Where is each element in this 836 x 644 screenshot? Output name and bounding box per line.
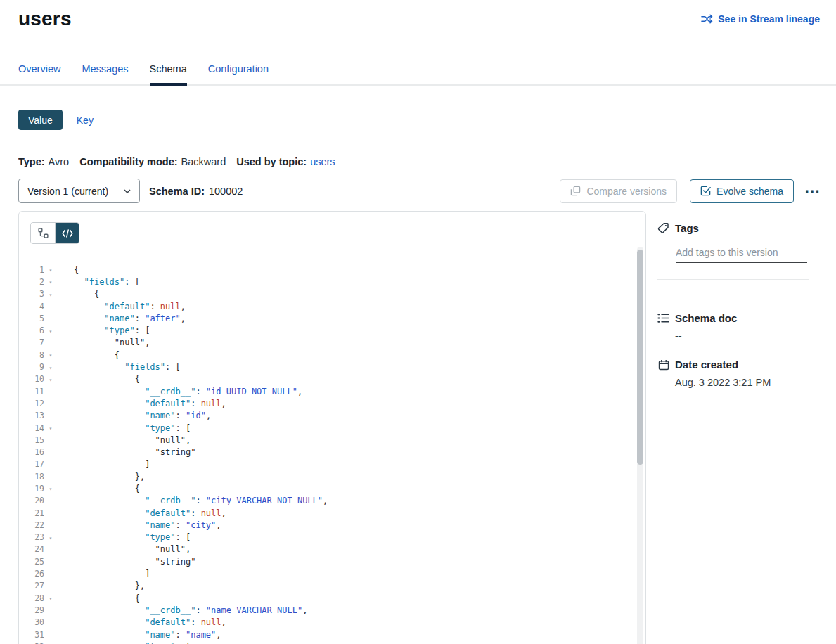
line-number: 3 [19, 289, 44, 299]
code-text: "default": null, [57, 399, 226, 408]
code-text: }, [57, 581, 145, 591]
code-text: { [57, 350, 120, 360]
code-line: 11 "__crdb__": "id UUID NOT NULL", [19, 385, 645, 397]
code-text: "fields": [ [57, 362, 181, 372]
line-number: 25 [19, 557, 44, 567]
tree-view-button[interactable] [31, 223, 55, 243]
evolve-schema-icon [700, 186, 711, 196]
tags-section-header: Tags [657, 222, 809, 234]
code-text: "type": [ [57, 326, 150, 335]
code-text: { [57, 289, 99, 299]
line-number: 22 [19, 520, 44, 530]
code-line: 2▾ "fields": [ [19, 276, 645, 288]
code-line: 32▾ "type": [ [19, 640, 645, 644]
chevron-down-icon [124, 189, 131, 193]
side-divider [657, 279, 809, 280]
fold-arrow-icon[interactable]: ▾ [44, 594, 57, 602]
code-line: 13 "name": "id", [19, 410, 645, 422]
evolve-schema-label: Evolve schema [716, 186, 783, 197]
code-line: 31 "name": "name", [19, 629, 645, 640]
calendar-icon [657, 359, 669, 371]
code-text: "__crdb__": "name VARCHAR NULL", [57, 605, 307, 615]
line-number: 17 [19, 459, 44, 469]
code-line: 23▾ "type": [ [19, 532, 645, 543]
tag-icon [657, 222, 669, 234]
code-line: 15 "null", [19, 434, 645, 446]
tab-overview[interactable]: Overview [18, 63, 60, 86]
fold-arrow-icon[interactable]: ▾ [44, 424, 57, 432]
page-title: users [18, 7, 72, 31]
code-view-button[interactable] [55, 223, 79, 243]
code-text: "null", [57, 435, 191, 445]
line-number: 23 [19, 532, 44, 542]
tags-title: Tags [675, 222, 699, 234]
more-options-button[interactable]: ⋯ [804, 188, 820, 195]
version-select[interactable]: Version 1 (current) [18, 179, 140, 203]
schema-toolbar: Version 1 (current) Schema ID: 100002 Co… [18, 179, 820, 203]
code-line: 21 "default": null, [19, 507, 645, 519]
add-tags-input[interactable] [676, 245, 807, 263]
code-line: 10▾ { [19, 373, 645, 385]
topic-link[interactable]: users [310, 156, 335, 167]
code-text: { [57, 484, 140, 494]
schema-side-panel: Tags Schema doc -- [657, 211, 820, 388]
fold-arrow-icon[interactable]: ▾ [44, 375, 57, 383]
tab-schema[interactable]: Schema [150, 63, 187, 86]
line-number: 16 [19, 447, 44, 457]
code-line: 25 "string" [19, 555, 645, 567]
code-line: 27 }, [19, 580, 645, 592]
fold-arrow-icon[interactable]: ▾ [44, 278, 57, 285]
code-line: 20 "__crdb__": "city VARCHAR NOT NULL", [19, 495, 645, 507]
fold-arrow-icon[interactable]: ▾ [44, 266, 57, 273]
code-line: 14▾ "type": [ [19, 422, 645, 434]
fold-arrow-icon[interactable]: ▾ [44, 484, 57, 492]
date-created-section-header: Date created [657, 359, 809, 371]
line-number: 5 [19, 314, 44, 323]
fold-arrow-icon[interactable]: ▾ [44, 534, 57, 541]
line-number: 15 [19, 435, 44, 445]
code-text: "name": "name", [57, 630, 221, 640]
line-number: 18 [19, 472, 44, 482]
line-number: 24 [19, 544, 44, 554]
schema-content: 1▾{2▾ "fields": [3▾ {4 "default": null,5… [0, 211, 836, 644]
compatibility-label: Compatibility mode: [79, 156, 177, 167]
code-line: 8▾ { [19, 349, 645, 361]
line-number: 12 [19, 399, 44, 408]
topic-label: Used by topic: [236, 156, 307, 167]
code-line: 1▾{ [19, 264, 645, 276]
code-line: 17 ] [19, 458, 645, 470]
fold-arrow-icon[interactable]: ▾ [44, 290, 57, 298]
fold-arrow-icon[interactable]: ▾ [44, 363, 57, 371]
evolve-schema-button[interactable]: Evolve schema [690, 179, 794, 203]
key-toggle-button[interactable]: Key [77, 115, 94, 126]
tab-messages[interactable]: Messages [82, 63, 128, 86]
tab-configuration[interactable]: Configuration [208, 63, 269, 86]
value-key-toggle: Value Key [18, 110, 836, 130]
line-number: 13 [19, 411, 44, 420]
line-number: 10 [19, 374, 44, 384]
value-toggle-button[interactable]: Value [18, 110, 63, 130]
code-text: "string" [57, 557, 195, 567]
compare-versions-label: Compare versions [586, 186, 667, 197]
code-line: 22 "name": "city", [19, 519, 645, 531]
schema-editor-panel: 1▾{2▾ "fields": [3▾ {4 "default": null,5… [18, 211, 646, 644]
stream-lineage-icon [701, 14, 713, 24]
schema-page: users See in Stream lineage Overview Mes… [0, 0, 836, 644]
fold-arrow-icon[interactable]: ▾ [44, 327, 57, 335]
line-number: 29 [19, 605, 44, 615]
code-text: "default": null, [57, 617, 226, 627]
code-text: { [57, 374, 140, 384]
stream-lineage-label: See in Stream lineage [718, 13, 820, 25]
code-line: 19▾ { [19, 482, 645, 494]
code-line: 5 "name": "after", [19, 312, 645, 324]
code-line: 16 "string" [19, 446, 645, 458]
code-view-icon [62, 229, 73, 238]
scrollbar-thumb[interactable] [637, 250, 643, 465]
line-number: 19 [19, 484, 44, 494]
code-line: 28▾ { [19, 592, 645, 604]
line-number: 2 [19, 277, 44, 287]
compare-versions-button[interactable]: Compare versions [560, 179, 677, 203]
stream-lineage-link[interactable]: See in Stream lineage [701, 13, 820, 25]
fold-arrow-icon[interactable]: ▾ [44, 351, 57, 359]
line-number: 9 [19, 362, 44, 372]
